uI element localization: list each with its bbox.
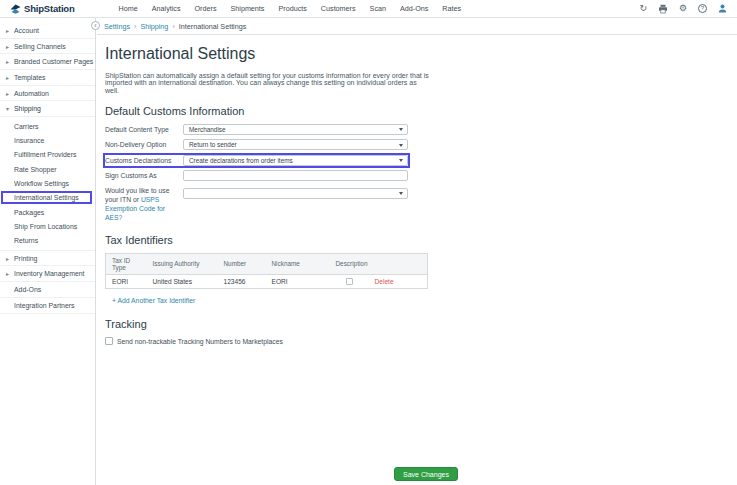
cell-tax-id-type: EORI <box>106 274 147 289</box>
sidebar-item-returns[interactable]: Returns <box>0 234 95 248</box>
sidebar-item-ship-from-locations[interactable]: Ship From Locations <box>0 219 95 233</box>
form-row-default-content-type: Default Content Type Merchandise <box>105 124 408 135</box>
chevron-right-icon: ▸ <box>6 74 14 81</box>
brand[interactable]: ShipStation <box>10 3 75 14</box>
cell-description <box>330 274 369 289</box>
intro-line: well. <box>105 87 737 94</box>
cell-actions: Delete <box>369 274 428 289</box>
sidebar-item-printing[interactable]: ▸ Printing <box>0 251 95 267</box>
sidebar-item-label: Carriers <box>14 123 39 130</box>
sidebar-item-label: Fulfillment Providers <box>14 151 76 158</box>
tracking-checkbox[interactable] <box>105 337 113 345</box>
sidebar-item-templates[interactable]: ▸ Templates <box>0 70 95 86</box>
field-label: Non-Delivery Option <box>105 140 183 149</box>
sidebar-item-label: Insurance <box>14 137 44 144</box>
settings-sidebar: ▸ Account ▸ Selling Channels ▸ Branded C… <box>0 18 96 485</box>
non-delivery-option-select[interactable]: Return to sender <box>183 139 408 150</box>
breadcrumb-settings[interactable]: Settings <box>104 22 130 31</box>
tax-identifiers-heading: Tax Identifiers <box>105 234 737 246</box>
select-value: Return to sender <box>189 141 237 148</box>
sidebar-item-label: Add-Ons <box>14 286 41 293</box>
sidebar-item-label: International Settings <box>14 194 79 201</box>
column-header-description: Description <box>330 253 369 274</box>
intro-line: imported with an international destinati… <box>105 79 737 86</box>
refresh-icon[interactable]: ↻ <box>639 4 647 13</box>
sidebar-item-rate-shopper[interactable]: Rate Shopper <box>0 162 95 176</box>
default-content-type-select[interactable]: Merchandise <box>183 124 408 135</box>
sidebar-item-inventory-management[interactable]: ▸ Inventory Management <box>0 266 95 282</box>
sidebar-item-add-ons[interactable]: Add-Ons <box>0 282 95 298</box>
form-row-customs-declarations: Customs Declarations Create declarations… <box>105 155 408 166</box>
chevron-right-icon: ▸ <box>6 255 14 262</box>
sign-customs-as-input[interactable] <box>183 170 408 181</box>
field-label: Default Content Type <box>105 125 183 134</box>
breadcrumb-shipping[interactable]: Shipping <box>140 22 168 31</box>
top-navbar: ShipStation Home Analytics Orders Shipme… <box>0 0 737 18</box>
printer-icon[interactable] <box>658 4 668 14</box>
form-row-non-delivery-option: Non-Delivery Option Return to sender <box>105 139 408 150</box>
settings-content: International Settings ShipStation can a… <box>97 35 737 345</box>
chevron-right-icon: ▸ <box>6 27 14 34</box>
caret-down-icon <box>399 128 403 131</box>
table-header-row: Tax ID Type Issuing Authority Number Nic… <box>106 253 428 274</box>
field-label-text: Would you like to use your ITN or <box>105 187 169 203</box>
sidebar-item-account[interactable]: ▸ Account <box>0 23 95 39</box>
sidebar-item-shipping[interactable]: ▾ Shipping <box>0 101 95 117</box>
chevron-right-icon: ▸ <box>6 270 14 277</box>
nav-scan[interactable]: Scan <box>370 4 386 13</box>
nav-customers[interactable]: Customers <box>321 4 356 13</box>
main-nav: Home Analytics Orders Shipments Products… <box>119 4 462 13</box>
sidebar-collapse-button[interactable]: ‹ <box>91 21 100 30</box>
cell-nickname: EORI <box>266 274 330 289</box>
select-value: Create declarations from order items <box>189 157 293 164</box>
shipstation-logo-icon <box>10 4 21 14</box>
sidebar-item-international-settings[interactable]: International Settings <box>0 191 95 205</box>
nav-rates[interactable]: Rates <box>442 4 461 13</box>
nav-add-ons[interactable]: Add-Ons <box>400 4 428 13</box>
nav-products[interactable]: Products <box>278 4 306 13</box>
nav-shipments[interactable]: Shipments <box>231 4 265 13</box>
sidebar-item-branded-customer-pages[interactable]: ▸ Branded Customer Pages <box>0 54 95 70</box>
user-icon[interactable] <box>718 4 727 13</box>
sidebar-item-automation[interactable]: ▸ Automation <box>0 86 95 102</box>
sidebar-item-packages[interactable]: Packages <box>0 205 95 219</box>
sidebar-item-integration-partners[interactable]: Integration Partners <box>0 298 95 314</box>
sidebar-item-fulfillment-providers[interactable]: Fulfillment Providers <box>0 148 95 162</box>
sidebar-item-insurance[interactable]: Insurance <box>0 133 95 147</box>
sidebar-item-selling-channels[interactable]: ▸ Selling Channels <box>0 39 95 55</box>
brand-name: ShipStation <box>24 3 75 14</box>
navbar-icons: ↻ ⚙ ? <box>639 4 727 14</box>
sidebar-item-label: Automation <box>14 90 49 97</box>
sidebar-item-label: Ship From Locations <box>14 223 77 230</box>
tracking-checkbox-label: Send non-trackable Tracking Numbers to M… <box>117 338 283 345</box>
sidebar-item-label: Selling Channels <box>14 43 66 50</box>
sidebar-item-label: Templates <box>14 74 45 81</box>
select-value: Merchandise <box>189 126 226 133</box>
sidebar-item-workflow-settings[interactable]: Workflow Settings <box>0 176 95 190</box>
field-label: Would you like to use your ITN or USPS E… <box>105 186 183 223</box>
nav-analytics[interactable]: Analytics <box>152 4 181 13</box>
add-tax-identifier-link[interactable]: + Add Another Tax Identifier <box>112 297 195 304</box>
nav-home[interactable]: Home <box>119 4 138 13</box>
itn-aes-select[interactable] <box>183 188 408 199</box>
caret-down-icon <box>399 192 403 195</box>
gear-icon[interactable]: ⚙ <box>679 4 687 13</box>
nav-orders[interactable]: Orders <box>195 4 217 13</box>
sidebar-item-carriers[interactable]: Carriers <box>0 119 95 133</box>
customs-declarations-select[interactable]: Create declarations from order items <box>183 155 408 166</box>
column-header-actions <box>369 253 428 274</box>
help-icon[interactable]: ? <box>698 4 707 13</box>
tax-identifiers-table: Tax ID Type Issuing Authority Number Nic… <box>105 253 428 290</box>
save-changes-button[interactable]: Save Changes <box>394 467 458 481</box>
sidebar-item-label: Integration Partners <box>14 302 75 309</box>
form-row-itn-aes: Would you like to use your ITN or USPS E… <box>105 186 408 223</box>
description-checkbox[interactable] <box>346 278 353 285</box>
tax-identifier-row: EORI United States 123456 EORI Delete <box>106 274 428 289</box>
sidebar-item-label: Packages <box>14 209 44 216</box>
chevron-separator-icon: › <box>172 22 174 31</box>
delete-tax-identifier-link[interactable]: Delete <box>375 278 394 285</box>
intro-line: ShipStation can automatically assign a d… <box>105 72 737 79</box>
tracking-heading: Tracking <box>105 318 737 330</box>
sidebar-item-label: Printing <box>14 255 37 262</box>
cell-number: 123456 <box>218 274 266 289</box>
